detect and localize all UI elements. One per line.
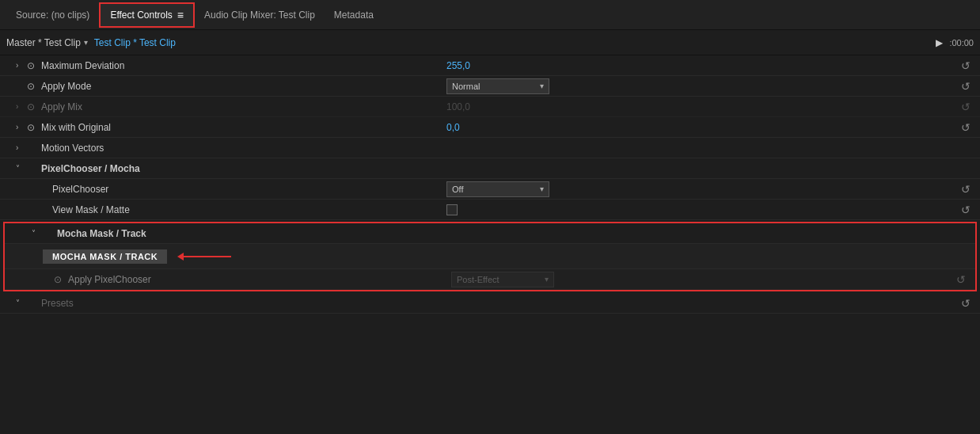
row-max-dev-value: 255,0 xyxy=(446,60,955,71)
row-presets-name: ˅ ⊙ Presets xyxy=(3,298,446,309)
row-apply-mode: › ⊙ Apply Mode Normal ▾ ↺ xyxy=(0,76,980,97)
row-mix-original: › ⊙ Mix with Original 0,0 ↺ xyxy=(0,117,980,138)
row-apply-pixelchooser-name: › ⊙ Apply PixelChooser xyxy=(8,274,451,285)
reset-view-mask-icon[interactable]: ↺ xyxy=(961,204,971,216)
max-dev-value[interactable]: 255,0 xyxy=(446,60,470,71)
row-mix-orig-value: 0,0 xyxy=(446,122,955,133)
row-apply-mix-value: 100,0 xyxy=(446,101,955,112)
row-mocha-header-name: ˅ ⊙ Mocha Mask / Track xyxy=(8,228,451,239)
row-view-mask-value xyxy=(446,204,955,215)
play-icon[interactable]: ▶ xyxy=(936,37,943,48)
stopwatch-apply-mode-icon[interactable]: ⊙ xyxy=(27,81,38,92)
reset-presets-icon[interactable]: ↺ xyxy=(961,297,971,310)
pixelchooser-dd-arrow-icon: ▾ xyxy=(540,185,544,193)
reset-pixelchooser-icon[interactable]: ↺ xyxy=(961,183,971,196)
chevron-max-dev-icon[interactable]: › xyxy=(16,61,24,70)
mocha-arrow xyxy=(178,253,231,261)
mocha-section: ˅ ⊙ Mocha Mask / Track MOCHA MASK / TRAC… xyxy=(3,222,977,291)
tab-metadata[interactable]: Metadata xyxy=(325,5,383,25)
row-mocha-button: MOCHA MASK / TRACK xyxy=(5,244,975,269)
chevron-motion-vec-icon[interactable]: › xyxy=(16,143,24,152)
reset-apply-mode-icon[interactable]: ↺ xyxy=(961,80,971,93)
arrow-head-icon xyxy=(177,253,184,261)
row-apply-mix: › ⊙ Apply Mix 100,0 ↺ xyxy=(0,97,980,117)
row-mix-orig-reset: ↺ xyxy=(955,121,977,134)
row-motion-vec-name: › ⊙ Motion Vectors xyxy=(3,143,446,154)
chevron-pixelchooser-mocha-icon[interactable]: ˅ xyxy=(16,164,24,173)
stopwatch-apply-mix-icon[interactable]: ⊙ xyxy=(27,101,38,112)
apply-pixelchooser-dropdown[interactable]: Post-Effect ▾ xyxy=(451,272,554,287)
row-apply-mode-reset: ↺ xyxy=(955,80,977,93)
reset-mix-orig-icon[interactable]: ↺ xyxy=(961,121,971,134)
row-motion-vectors: › ⊙ Motion Vectors xyxy=(0,138,980,158)
effects-panel: › ⊙ Maximum Deviation 255,0 ↺ › ⊙ Apply … xyxy=(0,55,980,434)
master-clip-label[interactable]: Master * Test Clip ▾ xyxy=(6,37,88,48)
main-content: › ⊙ Maximum Deviation 255,0 ↺ › ⊙ Apply … xyxy=(0,55,980,434)
view-mask-checkbox[interactable] xyxy=(446,204,458,215)
chevron-mix-orig-icon[interactable]: › xyxy=(16,123,24,131)
row-pixelchooser: › ⊙ PixelChooser Off ▾ ↺ xyxy=(0,179,980,200)
row-pixelchooser-reset: ↺ xyxy=(955,183,977,196)
clip-header: Master * Test Clip ▾ Test Clip * Test Cl… xyxy=(0,30,980,55)
row-pixelchooser-mocha: ˅ ⊙ PixelChooser / Mocha xyxy=(0,158,980,179)
stopwatch-apply-pixelchooser-icon[interactable]: ⊙ xyxy=(54,274,65,285)
row-pixelchooser-value: Off ▾ xyxy=(446,181,955,197)
reset-apply-pixelchooser-icon[interactable]: ↺ xyxy=(956,273,966,286)
row-apply-mode-value: Normal ▾ xyxy=(446,78,955,94)
timecode-display: ▶ :00:00 xyxy=(936,37,974,48)
row-apply-pixelchooser-value: Post-Effect ▾ xyxy=(451,272,950,287)
apply-mode-dropdown[interactable]: Normal ▾ xyxy=(446,78,549,94)
row-max-deviation: › ⊙ Maximum Deviation 255,0 ↺ xyxy=(0,55,980,76)
row-mocha-btn-name: MOCHA MASK / TRACK xyxy=(8,249,451,264)
row-pixelchooser-name: › ⊙ PixelChooser xyxy=(3,184,446,195)
apply-pixelchooser-dd-arrow-icon: ▾ xyxy=(545,275,549,284)
chevron-mocha-icon[interactable]: ˅ xyxy=(32,229,40,238)
reset-max-dev-icon[interactable]: ↺ xyxy=(961,59,971,72)
row-apply-mix-name: › ⊙ Apply Mix xyxy=(3,101,446,112)
mocha-mask-track-button[interactable]: MOCHA MASK / TRACK xyxy=(43,249,167,264)
reset-apply-mix-icon[interactable]: ↺ xyxy=(961,101,971,113)
row-mix-orig-name: › ⊙ Mix with Original xyxy=(3,122,446,133)
tab-source[interactable]: Source: (no clips) xyxy=(6,5,99,25)
mix-orig-value[interactable]: 0,0 xyxy=(446,122,460,133)
row-apply-mix-reset: ↺ xyxy=(955,101,977,113)
apply-mix-value: 100,0 xyxy=(446,101,470,112)
master-chevron-icon[interactable]: ▾ xyxy=(84,38,88,47)
chevron-presets-icon[interactable]: ˅ xyxy=(16,299,24,307)
row-pixelchooser-mocha-name: ˅ ⊙ PixelChooser / Mocha xyxy=(3,163,446,174)
row-apply-pixelchooser-reset: ↺ xyxy=(950,273,972,286)
row-presets-reset: ↺ xyxy=(955,297,977,310)
row-view-mask: › ⊙ View Mask / Matte ↺ xyxy=(0,200,980,220)
tab-bar: Source: (no clips) Effect Controls ≡ Aud… xyxy=(0,0,980,30)
stopwatch-mix-orig-icon[interactable]: ⊙ xyxy=(27,122,38,133)
row-view-mask-reset: ↺ xyxy=(955,204,977,216)
row-apply-mode-name: › ⊙ Apply Mode xyxy=(3,81,446,92)
pixelchooser-dropdown[interactable]: Off ▾ xyxy=(446,181,549,197)
row-mocha-header: ˅ ⊙ Mocha Mask / Track xyxy=(5,223,975,244)
arrow-line-icon xyxy=(184,256,231,257)
stopwatch-max-dev-icon[interactable]: ⊙ xyxy=(27,60,38,71)
tab-audio-clip-mixer[interactable]: Audio Clip Mixer: Test Clip xyxy=(195,5,325,25)
chevron-apply-mix-icon[interactable]: › xyxy=(16,102,24,111)
row-max-dev-reset: ↺ xyxy=(955,59,977,72)
apply-mode-dd-arrow-icon: ▾ xyxy=(540,82,544,90)
tab-effect-controls[interactable]: Effect Controls ≡ xyxy=(99,2,195,28)
row-view-mask-name: › ⊙ View Mask / Matte xyxy=(3,204,446,215)
row-presets: ˅ ⊙ Presets ↺ xyxy=(0,293,980,314)
row-apply-pixelchooser: › ⊙ Apply PixelChooser Post-Effect ▾ ↺ xyxy=(5,269,975,290)
sequence-clip-label[interactable]: Test Clip * Test Clip xyxy=(94,37,176,48)
menu-icon[interactable]: ≡ xyxy=(177,9,184,21)
row-max-dev-name: › ⊙ Maximum Deviation xyxy=(3,60,446,71)
